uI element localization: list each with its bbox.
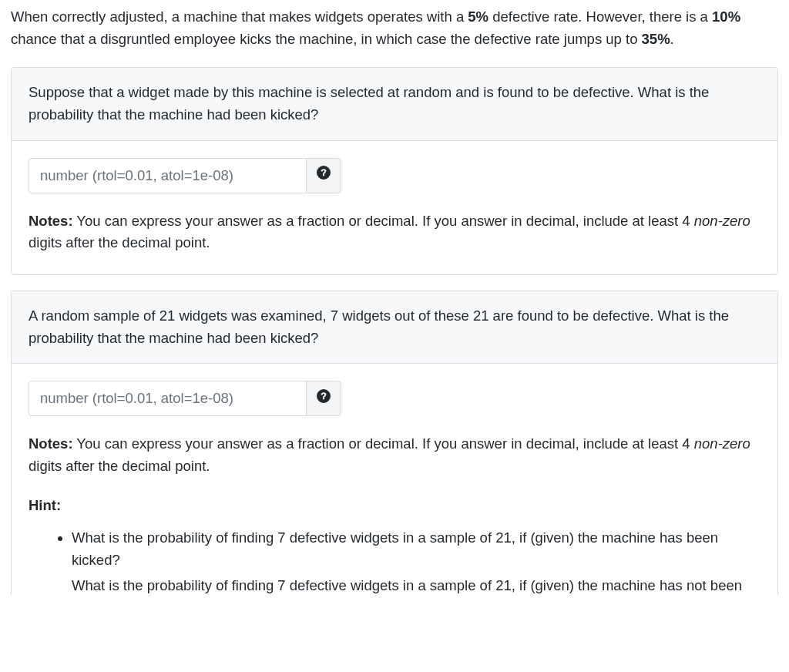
problem-intro: When correctly adjusted, a machine that … <box>11 6 778 50</box>
hint-item: What is the probability of finding 7 def… <box>72 527 760 571</box>
answer-input-row-2 <box>29 381 760 416</box>
help-button-1[interactable] <box>306 158 341 193</box>
question-1: Suppose that a widget made by this machi… <box>11 67 778 275</box>
hint-list: What is the probability of finding 7 def… <box>29 527 760 594</box>
question-1-prompt: Suppose that a widget made by this machi… <box>12 68 777 140</box>
hint-label: Hint: <box>29 495 760 517</box>
answer-input-1[interactable] <box>29 158 306 193</box>
hint-item: What is the probability of finding 7 def… <box>72 575 760 595</box>
answer-input-row <box>29 158 760 193</box>
question-circle-icon <box>317 388 331 410</box>
question-circle-icon <box>317 164 331 186</box>
answer-input-2[interactable] <box>29 381 306 416</box>
notes-2: Notes: You can express your answer as a … <box>29 433 760 477</box>
question-2-prompt: A random sample of 21 widgets was examin… <box>12 291 777 364</box>
question-2: A random sample of 21 widgets was examin… <box>11 291 778 595</box>
notes-1: Notes: You can express your answer as a … <box>29 210 760 254</box>
help-button-2[interactable] <box>306 381 341 416</box>
